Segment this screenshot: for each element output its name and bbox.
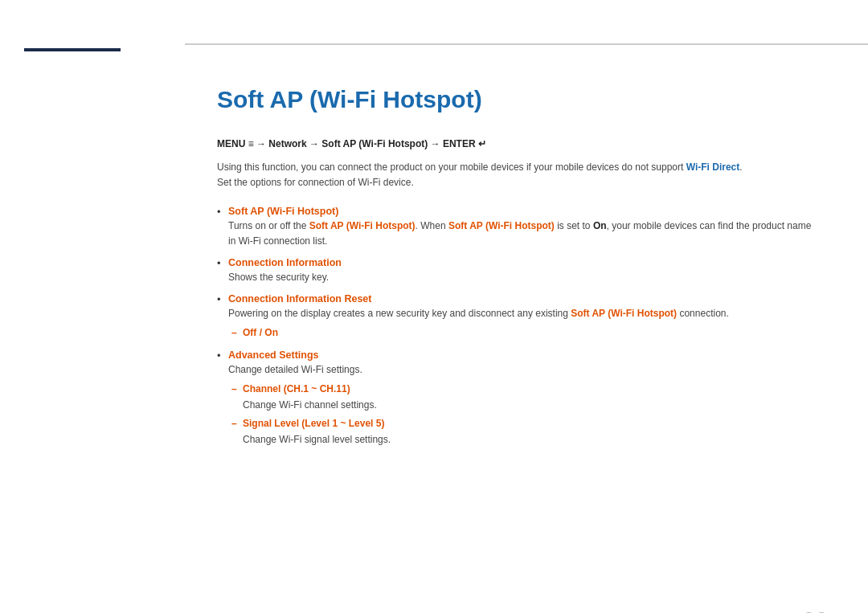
section-list: Soft AP (Wi-Fi Hotspot) Turns on or off …	[217, 206, 820, 448]
section-desc-conninfo: Shows the security key.	[228, 270, 820, 285]
sub-label-signal: Signal Level (Level 1 ~ Level 5)	[243, 418, 384, 429]
section-heading-conninfo: Connection Information	[228, 257, 820, 268]
desc-on: On	[593, 220, 607, 231]
section-desc-advanced: Change detailed Wi-Fi settings.	[228, 362, 820, 378]
section-item-conninfo-reset: Connection Information Reset Powering on…	[217, 293, 820, 341]
section-item-connection-info: Connection Information Shows the securit…	[217, 257, 820, 285]
sub-item-channel: Channel (CH.1 ~ CH.11) Change Wi-Fi chan…	[228, 381, 820, 414]
sub-list-connreset: Off / On	[228, 325, 820, 341]
section-desc-connreset: Powering on the display creates a new se…	[228, 306, 820, 321]
sidebar-accent	[24, 48, 121, 51]
left-sidebar	[0, 0, 185, 613]
menu-path-text: MENU ≡ → Network → Soft AP (Wi-Fi Hotspo…	[217, 138, 486, 149]
page-container: Soft AP (Wi-Fi Hotspot) MENU ≡ → Network…	[0, 0, 868, 613]
sub-label-channel: Channel (CH.1 ~ CH.11)	[243, 383, 350, 394]
sub-desc-signal: Change Wi-Fi signal level settings.	[243, 431, 820, 447]
menu-path: MENU ≡ → Network → Soft AP (Wi-Fi Hotspo…	[217, 137, 820, 152]
section-item-softap: Soft AP (Wi-Fi Hotspot) Turns on or off …	[217, 206, 820, 249]
desc-bold-softap2: Soft AP (Wi-Fi Hotspot)	[448, 220, 555, 231]
sub-item-signal: Signal Level (Level 1 ~ Level 5) Change …	[228, 415, 820, 448]
sub-label-offon: Off / On	[243, 327, 278, 338]
main-content: Soft AP (Wi-Fi Hotspot) MENU ≡ → Network…	[185, 44, 868, 613]
sub-desc-channel: Change Wi-Fi channel settings.	[243, 397, 820, 413]
intro-line3: Set the options for connection of Wi-Fi …	[217, 177, 414, 188]
section-desc-softap: Turns on or off the Soft AP (Wi-Fi Hotsp…	[228, 219, 820, 249]
page-number: 90	[803, 607, 828, 613]
intro-highlight: Wi-Fi Direct	[686, 161, 740, 173]
top-bar-border	[185, 0, 868, 44]
intro-line1: Using this function, you can connect the…	[217, 161, 686, 173]
intro-period: .	[739, 161, 742, 173]
section-item-advanced: Advanced Settings Change detailed Wi-Fi …	[217, 349, 820, 448]
intro-text: Using this function, you can connect the…	[217, 160, 820, 190]
sub-item-offon: Off / On	[228, 325, 820, 341]
section-heading-connreset: Connection Information Reset	[228, 293, 820, 304]
desc-bold-connreset: Soft AP (Wi-Fi Hotspot)	[571, 308, 677, 319]
desc-bold-softap1: Soft AP (Wi-Fi Hotspot)	[309, 220, 416, 231]
section-heading-softap: Soft AP (Wi-Fi Hotspot)	[228, 206, 820, 217]
section-heading-advanced: Advanced Settings	[228, 349, 820, 361]
page-title: Soft AP (Wi-Fi Hotspot)	[217, 85, 820, 114]
sub-list-advanced: Channel (CH.1 ~ CH.11) Change Wi-Fi chan…	[228, 381, 820, 448]
